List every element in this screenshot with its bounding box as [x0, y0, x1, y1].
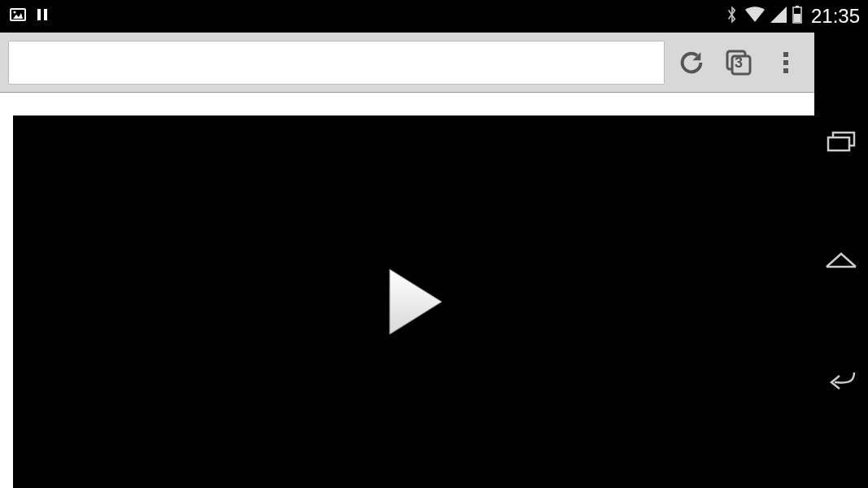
- tabs-button[interactable]: 3: [718, 42, 759, 83]
- status-bar: 21:35: [0, 0, 868, 33]
- recent-apps-icon: [827, 129, 856, 152]
- back-icon: [825, 368, 857, 392]
- svg-rect-4: [44, 9, 47, 20]
- browser-window: 3: [0, 33, 814, 488]
- reload-button[interactable]: [671, 42, 712, 83]
- menu-button[interactable]: [765, 42, 806, 83]
- svg-point-2: [14, 11, 16, 14]
- recent-apps-button[interactable]: [823, 123, 859, 159]
- svg-marker-1: [13, 13, 23, 19]
- svg-rect-12: [783, 52, 788, 57]
- tabs-icon: 3: [725, 49, 752, 76]
- svg-rect-8: [794, 14, 800, 22]
- play-icon: [382, 265, 447, 338]
- svg-rect-14: [783, 68, 788, 73]
- status-right-icons: 21:35: [725, 5, 860, 28]
- web-content: [0, 93, 814, 488]
- status-left-icons: [8, 5, 50, 28]
- browser-toolbar: 3: [0, 33, 814, 93]
- url-bar[interactable]: [8, 41, 665, 85]
- wifi-icon: [744, 7, 765, 26]
- home-button[interactable]: [823, 242, 859, 278]
- menu-icon: [776, 49, 796, 76]
- navigation-bar: [814, 33, 868, 488]
- svg-marker-5: [770, 7, 787, 23]
- back-button[interactable]: [823, 362, 859, 398]
- video-player[interactable]: [13, 115, 814, 488]
- home-icon: [825, 251, 857, 270]
- svg-rect-3: [37, 9, 41, 20]
- pause-icon: [34, 7, 50, 26]
- clock: 21:35: [811, 5, 860, 28]
- svg-rect-13: [783, 60, 788, 65]
- reload-icon: [678, 49, 705, 76]
- svg-marker-15: [390, 269, 442, 334]
- svg-rect-16: [828, 137, 849, 150]
- tabs-count: 3: [735, 54, 743, 71]
- battery-icon: [792, 6, 803, 27]
- screen-body: 3: [0, 33, 868, 488]
- page-top-whitespace: [0, 93, 814, 115]
- bluetooth-icon: [725, 5, 739, 28]
- picture-icon: [8, 5, 28, 28]
- signal-icon: [770, 7, 787, 26]
